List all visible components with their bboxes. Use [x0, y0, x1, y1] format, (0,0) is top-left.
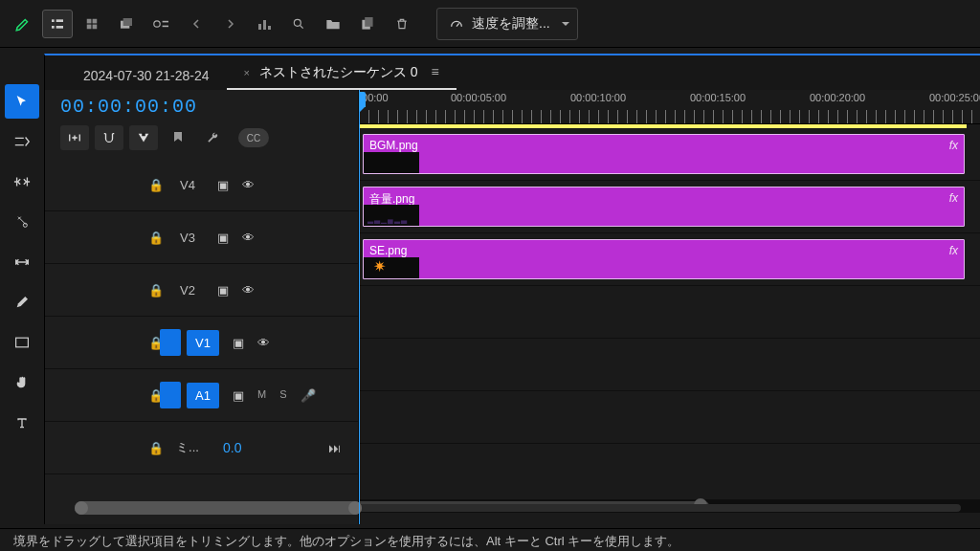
trash-icon[interactable]: [387, 10, 417, 38]
clip-volume[interactable]: 音量.png fx: [363, 187, 965, 227]
track-name: ミ...: [171, 439, 204, 456]
tab-project[interactable]: 2024-07-30 21-28-24: [66, 62, 227, 90]
track-lane-v2[interactable]: SE.png fx: [359, 233, 980, 286]
ruler-label: 00:00:25:00: [929, 92, 980, 103]
svg-point-16: [294, 19, 301, 26]
snap-icon[interactable]: [95, 125, 123, 150]
grid-view-button[interactable]: [77, 10, 107, 38]
marker-options-icon[interactable]: [145, 10, 176, 38]
voice-over-icon[interactable]: 🎤: [301, 388, 316, 403]
time-ruler[interactable]: :00:00 00:00:05:00 00:00:10:00 00:00:15:…: [359, 90, 980, 124]
svg-rect-1: [52, 26, 55, 29]
tab-menu-icon[interactable]: ≡: [431, 64, 438, 79]
selection-tool[interactable]: [5, 84, 39, 119]
ripple-edit-tool[interactable]: [5, 165, 39, 199]
pen-tool-icon[interactable]: [8, 10, 38, 38]
mix-level[interactable]: 0.0: [223, 440, 241, 455]
source-patch-a1[interactable]: [160, 382, 181, 408]
lock-icon[interactable]: 🔒: [148, 441, 166, 455]
speed-dropdown[interactable]: 速度を調整...: [436, 8, 578, 40]
lock-icon[interactable]: 🔒: [148, 178, 166, 192]
playhead-handle[interactable]: [359, 92, 366, 107]
status-text: 境界をドラッグして選択項目をトリミングします。他のオプションを使用するには、Al…: [13, 534, 679, 548]
top-toolbar: 速度を調整...: [0, 0, 980, 48]
track-lane-mix[interactable]: [359, 391, 980, 444]
mute-button[interactable]: M: [257, 388, 266, 403]
search-icon[interactable]: [283, 10, 314, 38]
track-name: V1: [187, 330, 219, 356]
sync-lock-icon[interactable]: ▣: [217, 231, 229, 245]
zoom-handle-left[interactable]: [75, 501, 88, 515]
track-header-a1[interactable]: 🔒 A1 ▣ M S 🎤: [45, 369, 358, 422]
eye-icon[interactable]: 👁: [242, 283, 255, 298]
captions-toggle[interactable]: CC: [238, 128, 269, 147]
ruler-label: 00:00:20:00: [810, 92, 865, 103]
eye-icon[interactable]: 👁: [242, 231, 255, 245]
svg-point-10: [154, 20, 160, 26]
track-lane-v1[interactable]: [359, 286, 980, 339]
status-bar: 境界をドラッグして選択項目をトリミングします。他のオプションを使用するには、Al…: [0, 528, 980, 551]
sync-lock-icon[interactable]: ▣: [233, 388, 244, 403]
close-icon[interactable]: ×: [244, 67, 250, 78]
hand-tool[interactable]: [5, 365, 39, 400]
clip-se[interactable]: SE.png fx: [363, 239, 965, 279]
speed-label: 速度を調整...: [472, 15, 550, 33]
sync-lock-icon[interactable]: ▣: [233, 336, 244, 350]
track-lane-v3[interactable]: 音量.png fx: [359, 181, 980, 233]
eye-icon[interactable]: 👁: [242, 178, 255, 192]
svg-rect-15: [268, 26, 271, 30]
gauge-icon: [449, 16, 464, 32]
track-header-v2[interactable]: 🔒 V2 ▣👁: [45, 264, 358, 317]
lock-icon[interactable]: 🔒: [148, 283, 166, 298]
track-header-mix[interactable]: 🔒 ミ... 0.0 ⏭: [45, 422, 358, 474]
rectangle-tool[interactable]: [5, 325, 39, 360]
bars-icon[interactable]: [249, 10, 279, 38]
new-item-icon[interactable]: [352, 10, 383, 38]
solo-button[interactable]: S: [279, 388, 286, 403]
list-view-button[interactable]: [42, 10, 73, 38]
track-header-v4[interactable]: 🔒 V4 ▣ 👁: [45, 159, 358, 211]
folder-icon[interactable]: [318, 10, 348, 38]
back-icon[interactable]: [182, 10, 212, 38]
sync-lock-icon[interactable]: ▣: [217, 178, 229, 192]
tab-nested-sequence[interactable]: × ネストされたシーケンス 0 ≡: [227, 58, 457, 90]
tool-palette: [0, 57, 44, 440]
eye-icon[interactable]: 👁: [257, 336, 270, 350]
playhead-timecode[interactable]: 00:00:00:00: [60, 96, 358, 118]
svg-rect-3: [56, 26, 63, 29]
ruler-label: 00:00:15:00: [690, 92, 746, 103]
razor-tool[interactable]: [5, 205, 39, 239]
track-name: V4: [171, 178, 204, 192]
track-header-v3[interactable]: 🔒 V3 ▣👁: [45, 211, 358, 264]
slip-tool[interactable]: [5, 245, 39, 279]
svg-rect-0: [52, 19, 55, 22]
source-patch-v1[interactable]: [160, 329, 181, 356]
linked-selection-icon[interactable]: [129, 125, 158, 150]
timeline-scrollbar[interactable]: [75, 501, 969, 515]
lock-icon[interactable]: 🔒: [148, 231, 166, 245]
svg-rect-21: [142, 133, 145, 137]
collapse-icon[interactable]: ⏭: [328, 441, 341, 455]
stack-icon[interactable]: [111, 10, 142, 38]
type-tool[interactable]: [5, 406, 39, 440]
timeline-content[interactable]: :00:00 00:00:05:00 00:00:10:00 00:00:15:…: [359, 90, 980, 524]
svg-rect-20: [16, 338, 29, 347]
track-lane-a1[interactable]: [359, 339, 980, 391]
track-select-tool[interactable]: [5, 124, 39, 159]
track-header-area: 00:00:00:00 CC 🔒 V4 ▣ 👁: [45, 90, 359, 524]
scrollbar-thumb[interactable]: [75, 501, 362, 515]
clip-bgm[interactable]: BGM.png fx: [363, 134, 965, 174]
settings-wrench-icon[interactable]: [198, 125, 227, 150]
forward-icon[interactable]: [214, 10, 245, 38]
sync-lock-icon[interactable]: ▣: [217, 283, 229, 298]
pen-tool[interactable]: [5, 285, 39, 320]
playhead-line: [359, 90, 360, 524]
track-header-v1[interactable]: 🔒 V1 ▣👁: [45, 317, 358, 369]
marker-icon[interactable]: [164, 125, 192, 150]
svg-rect-11: [163, 20, 168, 22]
svg-rect-7: [93, 24, 98, 29]
insert-mode-icon[interactable]: [60, 125, 89, 150]
svg-rect-2: [56, 19, 63, 22]
track-lane-v4[interactable]: BGM.png fx: [359, 128, 980, 181]
tab-label: ネストされたシーケンス 0: [259, 64, 418, 79]
